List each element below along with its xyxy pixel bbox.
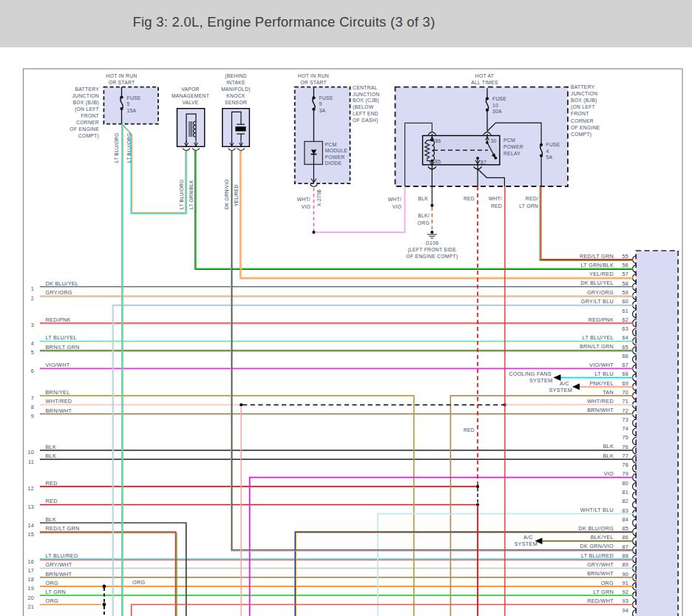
svg-text:4: 4 xyxy=(31,340,34,347)
svg-text:86: 86 xyxy=(622,534,628,541)
svg-text:BOX (CJB): BOX (CJB) xyxy=(353,98,379,104)
svg-text:YEL/RED: YEL/RED xyxy=(589,271,614,277)
svg-text:RED/LT GRN: RED/LT GRN xyxy=(580,253,614,260)
svg-text:76: 76 xyxy=(622,444,628,450)
svg-text:ALL TIMES: ALL TIMES xyxy=(471,80,498,85)
svg-text:BLK: BLK xyxy=(603,453,614,459)
svg-text:A/C: A/C xyxy=(560,380,569,387)
svg-text:KNOCK: KNOCK xyxy=(226,93,245,98)
svg-text:PNK/YEL: PNK/YEL xyxy=(589,380,614,387)
svg-text:CORNER: CORNER xyxy=(76,120,99,125)
svg-text:BOX (BJB): BOX (BJB) xyxy=(571,98,597,104)
svg-text:(LEFT FRONT SIDE: (LEFT FRONT SIDE xyxy=(408,247,457,253)
svg-text:15: 15 xyxy=(27,531,34,538)
svg-text:60: 60 xyxy=(622,298,628,305)
svg-text:59: 59 xyxy=(622,289,628,296)
svg-text:LT BLU/RED: LT BLU/RED xyxy=(46,552,78,559)
svg-text:INTAKE: INTAKE xyxy=(226,80,245,85)
svg-text:MODULE: MODULE xyxy=(325,148,348,153)
svg-text:DIODE: DIODE xyxy=(325,160,342,166)
svg-text:PCM: PCM xyxy=(503,138,515,143)
svg-text:GRY/ORG: GRY/ORG xyxy=(587,289,614,296)
svg-text:20: 20 xyxy=(27,595,34,601)
svg-text:MANIFOLD): MANIFOLD) xyxy=(221,87,251,92)
svg-text:(ON LEFT: (ON LEFT xyxy=(75,106,99,112)
svg-text:COMPT): COMPT) xyxy=(78,133,99,139)
svg-text:HOT IN RUN: HOT IN RUN xyxy=(298,73,329,78)
svg-text:YEL/RED: YEL/RED xyxy=(234,184,239,206)
svg-text:SYSTEM: SYSTEM xyxy=(549,387,572,393)
svg-text:ORG: ORG xyxy=(418,220,430,226)
svg-text:BRN/WHT: BRN/WHT xyxy=(587,407,614,413)
svg-text:56: 56 xyxy=(622,262,628,268)
svg-text:18: 18 xyxy=(27,576,34,583)
svg-text:MANAGEMENT: MANAGEMENT xyxy=(172,93,209,98)
svg-text:LT BLU/YEL: LT BLU/YEL xyxy=(583,334,614,341)
svg-text:VIO: VIO xyxy=(302,204,311,209)
svg-text:BLK/: BLK/ xyxy=(418,213,430,218)
svg-text:WHT/RED: WHT/RED xyxy=(46,398,72,405)
svg-text:BLK: BLK xyxy=(46,444,57,450)
svg-text:8: 8 xyxy=(31,404,34,410)
svg-text:VIO/WHT: VIO/WHT xyxy=(589,362,614,368)
svg-text:63: 63 xyxy=(622,325,628,332)
svg-text:GRY/ORG: GRY/ORG xyxy=(46,289,72,296)
svg-text:X-270B: X-270B xyxy=(316,189,322,206)
svg-text:57: 57 xyxy=(622,271,628,277)
svg-text:69: 69 xyxy=(622,380,628,387)
svg-text:WHT/: WHT/ xyxy=(388,197,401,202)
svg-text:OF DASH): OF DASH) xyxy=(353,118,378,123)
svg-text:75: 75 xyxy=(622,434,628,441)
svg-text:94: 94 xyxy=(622,607,628,614)
svg-text:FRONT: FRONT xyxy=(571,111,589,116)
svg-text:14: 14 xyxy=(27,522,34,529)
svg-text:PCM: PCM xyxy=(325,142,337,147)
svg-text:FUSE: FUSE xyxy=(127,95,141,101)
svg-text:VIO: VIO xyxy=(393,204,401,209)
svg-text:A/C: A/C xyxy=(523,534,533,541)
svg-text:88: 88 xyxy=(622,552,628,559)
svg-text:10: 10 xyxy=(27,449,34,456)
svg-text:79: 79 xyxy=(622,470,628,477)
svg-text:TAN: TAN xyxy=(603,389,614,396)
svg-text:5A: 5A xyxy=(546,155,553,160)
svg-text:ORG: ORG xyxy=(601,580,614,586)
svg-text:13: 13 xyxy=(27,504,34,510)
svg-text:61: 61 xyxy=(622,308,628,314)
svg-text:DK BLU/YEL: DK BLU/YEL xyxy=(46,280,79,287)
svg-text:CORNER: CORNER xyxy=(571,118,594,123)
svg-text:FUSE: FUSE xyxy=(546,142,560,147)
svg-text:BLK: BLK xyxy=(46,453,57,459)
svg-text:RED/WHT: RED/WHT xyxy=(587,598,614,604)
svg-text:VALVE: VALVE xyxy=(182,100,198,105)
svg-text:30: 30 xyxy=(491,138,497,143)
svg-text:58: 58 xyxy=(622,280,628,287)
svg-text:VIO/WHT: VIO/WHT xyxy=(46,362,70,368)
svg-text:G106: G106 xyxy=(426,240,439,246)
svg-text:55: 55 xyxy=(622,253,628,260)
svg-text:82: 82 xyxy=(622,498,628,504)
svg-text:VAPOR: VAPOR xyxy=(181,87,200,92)
svg-text:(BEHIND: (BEHIND xyxy=(225,73,247,79)
svg-text:77: 77 xyxy=(622,453,628,459)
svg-text:21: 21 xyxy=(27,603,34,610)
svg-text:12: 12 xyxy=(27,485,34,492)
svg-text:89: 89 xyxy=(622,561,628,568)
svg-text:WHT/: WHT/ xyxy=(297,197,311,202)
svg-text:SENSOR: SENSOR xyxy=(225,100,247,105)
svg-text:GRY/WHT: GRY/WHT xyxy=(587,561,614,568)
svg-text:BLK/YEL: BLK/YEL xyxy=(591,534,614,541)
svg-text:BLK: BLK xyxy=(603,443,614,450)
svg-text:OF ENGINE: OF ENGINE xyxy=(571,125,600,130)
svg-text:RED: RED xyxy=(46,480,58,487)
svg-text:6: 6 xyxy=(31,368,34,374)
svg-text:91: 91 xyxy=(622,580,628,586)
svg-text:FRONT: FRONT xyxy=(81,113,99,118)
svg-text:FUSE: FUSE xyxy=(319,95,333,101)
svg-text:65: 65 xyxy=(622,344,628,351)
svg-text:WHT/: WHT/ xyxy=(489,196,502,201)
svg-text:16: 16 xyxy=(27,558,34,565)
svg-text:LT GRN: LT GRN xyxy=(593,589,614,595)
svg-text:80: 80 xyxy=(622,480,628,487)
svg-text:62: 62 xyxy=(622,317,628,323)
